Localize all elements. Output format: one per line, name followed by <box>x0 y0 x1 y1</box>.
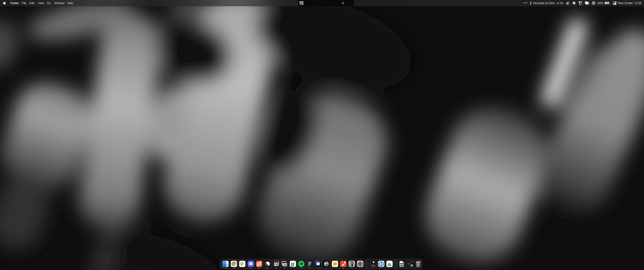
svg-text:N: N <box>274 262 277 266</box>
svg-text:g: g <box>566 1 568 5</box>
svg-text:raycast: raycast <box>372 265 375 266</box>
svg-text:11: 11 <box>412 265 412 266</box>
svg-text:g: g <box>291 261 294 267</box>
svg-text:10: 10 <box>284 263 286 266</box>
